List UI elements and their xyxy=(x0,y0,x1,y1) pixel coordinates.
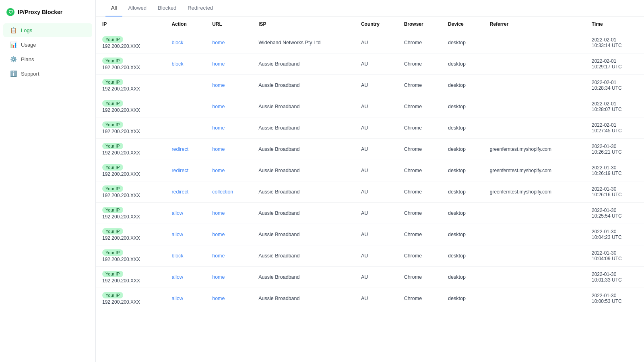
your-ip-badge: Your IP xyxy=(102,228,123,234)
cell-url[interactable]: home xyxy=(206,203,252,224)
cell-browser: Chrome xyxy=(398,224,442,245)
cell-browser: Chrome xyxy=(398,181,442,203)
usage-icon: 📊 xyxy=(10,41,17,48)
cell-device: desktop xyxy=(442,139,483,160)
col-header-action: Action xyxy=(165,16,206,32)
cell-action: redirect xyxy=(165,160,206,181)
cell-device: desktop xyxy=(442,267,483,288)
cell-country: AU xyxy=(355,181,398,203)
cell-ip: Your IP192.200.200.XXX xyxy=(96,245,165,267)
cell-url[interactable]: collection xyxy=(206,181,252,203)
url-link[interactable]: home xyxy=(212,61,225,67)
cell-country: AU xyxy=(355,245,398,267)
action-value: allow xyxy=(171,274,183,280)
cell-browser: Chrome xyxy=(398,96,442,117)
col-header-country: Country xyxy=(355,16,398,32)
cell-url[interactable]: home xyxy=(206,267,252,288)
cell-device: desktop xyxy=(442,32,483,53)
cell-ip: Your IP192.200.200.XXX xyxy=(96,288,165,309)
sidebar-item-usage[interactable]: 📊 Usage xyxy=(3,38,92,51)
url-link[interactable]: home xyxy=(212,125,225,131)
cell-time: 2022-02-01 10:28:34 UTC xyxy=(585,75,644,96)
cell-isp: Wideband Networks Pty Ltd xyxy=(252,32,355,53)
url-link[interactable]: home xyxy=(212,232,225,237)
cell-isp: Aussie Broadband xyxy=(252,75,355,96)
url-link[interactable]: collection xyxy=(212,189,233,195)
col-header-url: URL xyxy=(206,16,252,32)
ip-address: 192.200.200.XXX xyxy=(102,214,159,220)
cell-time: 2022-02-01 10:33:14 UTC xyxy=(585,32,644,53)
plans-icon: ⚙️ xyxy=(10,56,17,63)
sidebar: 🛡 IP/Proxy Blocker 📋 Logs 📊 Usage ⚙️ Pla… xyxy=(0,0,96,362)
url-link[interactable]: home xyxy=(212,82,225,88)
table-row: Your IP192.200.200.XXXallowhomeAussie Br… xyxy=(96,203,644,224)
sidebar-item-logs[interactable]: 📋 Logs xyxy=(3,23,92,37)
cell-action: redirect xyxy=(165,181,206,203)
table-row: Your IP192.200.200.XXXredirectcollection… xyxy=(96,181,644,203)
cell-url[interactable]: home xyxy=(206,139,252,160)
cell-url[interactable]: home xyxy=(206,117,252,139)
cell-device: desktop xyxy=(442,160,483,181)
tab-allowed[interactable]: Allowed xyxy=(122,0,152,16)
cell-device: desktop xyxy=(442,96,483,117)
url-link[interactable]: home xyxy=(212,168,225,173)
cell-referrer xyxy=(483,32,585,53)
cell-url[interactable]: home xyxy=(206,96,252,117)
sidebar-item-plans[interactable]: ⚙️ Plans xyxy=(3,52,92,66)
url-link[interactable]: home xyxy=(212,104,225,109)
cell-url[interactable]: home xyxy=(206,75,252,96)
cell-url[interactable]: home xyxy=(206,32,252,53)
cell-ip: Your IP192.200.200.XXX xyxy=(96,203,165,224)
cell-time: 2022-02-01 10:29:17 UTC xyxy=(585,53,644,75)
cell-ip: Your IP192.200.200.XXX xyxy=(96,181,165,203)
cell-referrer xyxy=(483,203,585,224)
logs-table-container: IP Action URL ISP Country Browser Device… xyxy=(96,16,644,362)
support-icon: ℹ️ xyxy=(10,70,17,77)
cell-referrer: greenferntest.myshopify.com xyxy=(483,139,585,160)
cell-time: 2022-01-30 10:01:33 UTC xyxy=(585,267,644,288)
cell-time: 2022-01-30 10:04:23 UTC xyxy=(585,224,644,245)
cell-isp: Aussie Broadband xyxy=(252,267,355,288)
cell-isp: Aussie Broadband xyxy=(252,160,355,181)
ip-address: 192.200.200.XXX xyxy=(102,150,159,156)
url-link[interactable]: home xyxy=(212,40,225,45)
cell-browser: Chrome xyxy=(398,267,442,288)
cell-isp: Aussie Broadband xyxy=(252,96,355,117)
tab-all[interactable]: All xyxy=(105,0,122,16)
action-value: block xyxy=(171,40,183,45)
url-link[interactable]: home xyxy=(212,210,225,216)
cell-url[interactable]: home xyxy=(206,160,252,181)
action-value: allow xyxy=(171,232,183,237)
ip-address: 192.200.200.XXX xyxy=(102,65,159,70)
action-value: allow xyxy=(171,296,183,301)
your-ip-badge: Your IP xyxy=(102,58,123,64)
cell-url[interactable]: home xyxy=(206,53,252,75)
cell-device: desktop xyxy=(442,181,483,203)
url-link[interactable]: home xyxy=(212,146,225,152)
cell-referrer xyxy=(483,267,585,288)
cell-browser: Chrome xyxy=(398,288,442,309)
cell-url[interactable]: home xyxy=(206,245,252,267)
cell-url[interactable]: home xyxy=(206,288,252,309)
cell-ip: Your IP192.200.200.XXX xyxy=(96,96,165,117)
col-header-device: Device xyxy=(442,16,483,32)
sidebar-item-support[interactable]: ℹ️ Support xyxy=(3,67,92,80)
cell-country: AU xyxy=(355,32,398,53)
url-link[interactable]: home xyxy=(212,296,225,301)
action-value: block xyxy=(171,61,183,67)
cell-action xyxy=(165,96,206,117)
sidebar-label-usage: Usage xyxy=(21,42,36,48)
ip-address: 192.200.200.XXX xyxy=(102,235,159,241)
tab-bar: All Allowed Blocked Redirected xyxy=(96,0,644,16)
cell-device: desktop xyxy=(442,75,483,96)
your-ip-badge: Your IP xyxy=(102,207,123,213)
tab-redirected[interactable]: Redirected xyxy=(182,0,219,16)
url-link[interactable]: home xyxy=(212,253,225,259)
tab-blocked[interactable]: Blocked xyxy=(152,0,182,16)
cell-url[interactable]: home xyxy=(206,224,252,245)
cell-country: AU xyxy=(355,267,398,288)
table-row: Your IP192.200.200.XXXallowhomeAussie Br… xyxy=(96,267,644,288)
table-row: Your IP192.200.200.XXXallowhomeAussie Br… xyxy=(96,224,644,245)
cell-ip: Your IP192.200.200.XXX xyxy=(96,224,165,245)
url-link[interactable]: home xyxy=(212,274,225,280)
